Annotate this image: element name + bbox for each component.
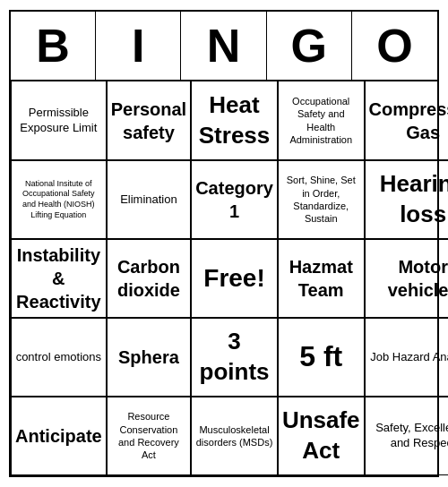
bingo-cell-21[interactable]: Resource Conservation and Recovery Act xyxy=(107,397,191,475)
bingo-cell-5[interactable]: National Insitute of Occupational Safety… xyxy=(11,160,107,239)
bingo-cell-24[interactable]: Safety, Excellence and Respect xyxy=(365,397,448,475)
bingo-cell-4[interactable]: Compressed Gas xyxy=(365,81,448,160)
bingo-cell-23[interactable]: Unsafe Act xyxy=(278,397,365,475)
bingo-card: BINGO Permissible Exposure LimitPersonal… xyxy=(9,10,439,477)
bingo-cell-11[interactable]: Carbon dioxide xyxy=(107,239,191,318)
bingo-cell-14[interactable]: Motor vehicles xyxy=(365,239,448,318)
bingo-cell-20[interactable]: Anticipate xyxy=(11,397,107,475)
bingo-cell-16[interactable]: Sphera xyxy=(107,318,191,397)
bingo-cell-10[interactable]: Instability & Reactivity xyxy=(11,239,107,318)
bingo-cell-0[interactable]: Permissible Exposure Limit xyxy=(11,81,107,160)
bingo-cell-12[interactable]: Free! xyxy=(191,239,278,318)
bingo-cell-3[interactable]: Occupational Safety and Health Administr… xyxy=(278,81,365,160)
bingo-header: BINGO xyxy=(11,12,437,81)
bingo-cell-15[interactable]: control emotions xyxy=(11,318,107,397)
bingo-cell-7[interactable]: Category 1 xyxy=(191,160,278,239)
bingo-grid: Permissible Exposure LimitPersonal safet… xyxy=(11,81,437,475)
bingo-cell-1[interactable]: Personal safety xyxy=(107,81,191,160)
bingo-cell-13[interactable]: Hazmat Team xyxy=(278,239,365,318)
bingo-cell-8[interactable]: Sort, Shine, Set in Order, Standardize, … xyxy=(278,160,365,239)
bingo-letter-b: B xyxy=(11,12,96,80)
bingo-cell-22[interactable]: Musculoskeletal disorders (MSDs) xyxy=(191,397,278,475)
bingo-letter-n: N xyxy=(181,12,266,80)
bingo-cell-18[interactable]: 5 ft xyxy=(278,318,365,397)
bingo-cell-9[interactable]: Hearing loss xyxy=(365,160,448,239)
bingo-cell-17[interactable]: 3 points xyxy=(191,318,278,397)
bingo-letter-o: O xyxy=(352,12,437,80)
bingo-cell-19[interactable]: Job Hazard Analysis xyxy=(365,318,448,397)
bingo-letter-g: G xyxy=(267,12,352,80)
bingo-cell-6[interactable]: Elimination xyxy=(107,160,191,239)
bingo-letter-i: I xyxy=(96,12,181,80)
bingo-cell-2[interactable]: Heat Stress xyxy=(191,81,278,160)
